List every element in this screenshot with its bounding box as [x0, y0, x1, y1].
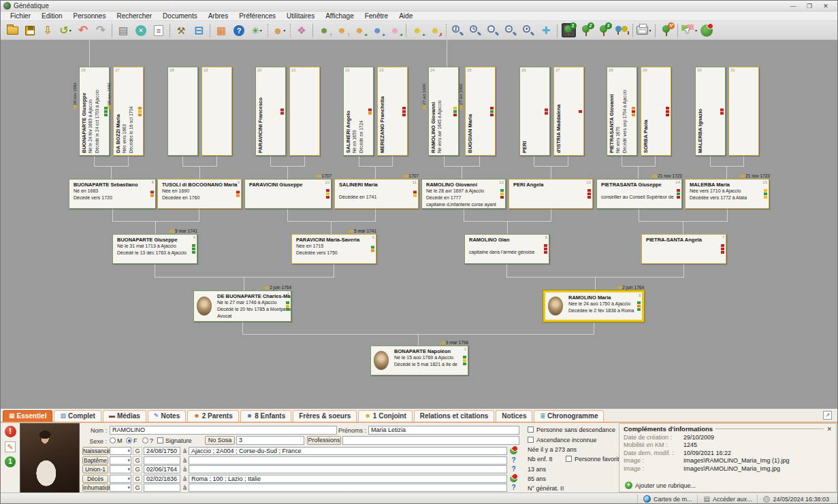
status-acc-der-aux[interactable]: ▤Accéder aux... — [697, 494, 757, 504]
multi-tree-icon[interactable] — [613, 22, 630, 39]
tree-node-empty[interactable]: 21 — [289, 67, 320, 156]
event-type-dropdown[interactable] — [110, 475, 131, 483]
sexe-radio-f[interactable] — [126, 437, 132, 443]
redo-icon[interactable]: ↷ — [93, 22, 109, 39]
tab-1-conjoint[interactable]: ☻1 Conjoint — [358, 410, 412, 422]
personne-favorite-checkbox[interactable] — [566, 456, 572, 462]
tab-2-parents[interactable]: ☻2 Parents — [187, 410, 239, 422]
menu-rechercher[interactable]: Rechercher — [111, 12, 157, 20]
add-child-couple-icon[interactable]: ☻+ — [387, 22, 403, 39]
event-type-dropdown[interactable] — [110, 447, 131, 455]
gift-icon[interactable]: ✳▾ — [248, 22, 265, 39]
printer-icon[interactable]: ▾ — [636, 22, 652, 39]
add-mother-icon[interactable]: ☻↑ — [334, 22, 350, 39]
tree-2-icon[interactable]: 2 — [578, 22, 594, 39]
tree-node-tusoli-di-bocognano-maria[interactable]: 9TUSOLI di BOCOGNANO MariaNée en 1690Déc… — [157, 179, 242, 209]
event-type-dropdown[interactable] — [110, 484, 131, 492]
event-button-inhumation[interactable]: Inhumation — [82, 484, 108, 492]
report-icon[interactable]: ≡ — [150, 22, 167, 39]
warning-icon[interactable]: ! — [5, 426, 16, 437]
tree-node-merezano-franchetta[interactable]: 23MEREZANO Franchetta — [377, 67, 408, 156]
open-file-icon[interactable] — [4, 22, 20, 39]
tree-node-d-istria-maddalena[interactable]: 27d'ISTRIA Maddalena — [553, 67, 584, 156]
help-icon[interactable]: ? — [509, 456, 518, 465]
person-portrait[interactable] — [20, 423, 80, 493]
map-location-icon[interactable] — [698, 22, 715, 39]
ascendance-inconnue-checkbox[interactable] — [528, 437, 534, 443]
tree-3-icon[interactable]: 3 — [596, 22, 612, 39]
tab-8-enfants[interactable]: ☻8 Enfants — [240, 410, 292, 422]
event-date-input[interactable] — [144, 484, 180, 492]
tab-complet[interactable]: ▧Complet — [54, 410, 101, 422]
add-couple-icon[interactable]: ☻+ — [351, 22, 368, 39]
sexe-radio-item[interactable] — [142, 437, 148, 443]
event-place-input[interactable]: Roma ; 100 ; Lazio ; Italie — [189, 475, 507, 483]
undo-icon[interactable]: ↶ — [75, 22, 91, 39]
tab-notes[interactable]: ✎Notes — [148, 410, 186, 422]
prenoms-input[interactable]: Maria Letizia — [368, 426, 519, 435]
view-1-icon[interactable]: 1 — [5, 456, 16, 467]
tree-node-buonaparte-giuseppe[interactable]: 16BUONAPARTE GiuseppeNé le 24 fév 1663 à… — [79, 67, 110, 156]
tree-diagram-icon[interactable]: ❖ — [293, 22, 310, 39]
menu-documents[interactable]: Documents — [157, 12, 203, 20]
add-person-blue-icon[interactable]: ☻+ — [369, 22, 385, 39]
tree-node-bonaparte-napol-on[interactable]: 1BONAPARTE NapoléonNé le 15 aoû 1769 à A… — [370, 346, 468, 375]
tree-node-pietrasanta-giovanni[interactable]: 28PIETRASANTA GiovanniNé vers 1670Décédé… — [607, 67, 637, 156]
event-type-dropdown[interactable] — [110, 456, 131, 465]
zoom-100-icon[interactable]: 1 — [449, 22, 466, 39]
tree-node-paravicini-francesco[interactable]: 20PARAVICINI Francesco — [255, 67, 286, 156]
event-date-input[interactable]: 02/02/1836 — [144, 475, 180, 483]
family-tree-canvas[interactable]: 16BUONAPARTE GiuseppeNé le 24 fév 1663 à… — [1, 40, 838, 409]
event-place-input[interactable] — [189, 456, 507, 465]
note-edit-icon[interactable]: ✎ — [5, 441, 16, 452]
delete-person-icon[interactable]: ☻✗ — [427, 22, 443, 39]
tree-node-paravicini-maria-saveria[interactable]: 5PARAVICINI Maria-SaveriaNée en 1715Décé… — [291, 234, 376, 264]
tab-m-dias[interactable]: ▬Médias — [103, 410, 146, 422]
tree-node-empty[interactable]: 31 — [728, 67, 759, 156]
tree-node-peri[interactable]: 26PERI — [519, 67, 550, 156]
professions-button[interactable]: Professions — [307, 436, 341, 445]
tree-node-malerba-maria[interactable]: 15MALERBA MariaNée vers 1710 à AjaccioDé… — [685, 179, 769, 209]
tree-node-salineri-angelo[interactable]: 22SALINERI AngeloNé en 1653Décédé en 172… — [343, 67, 374, 156]
tab-relations-et-citations[interactable]: Relations et citations — [414, 410, 495, 422]
tab-chronogramme[interactable]: ≣Chronogramme — [534, 410, 604, 422]
tree-settings-icon[interactable]: ⚒ — [658, 22, 675, 39]
menu-edition[interactable]: Edition — [36, 12, 68, 20]
menu-pr-f-rences[interactable]: Préférences — [233, 12, 281, 20]
tree-node-buonaparte-giuseppe[interactable]: 4BUONAPARTE GiuseppeNé le 31 mai 1713 à … — [112, 234, 197, 264]
menu-fichier[interactable]: Fichier — [5, 12, 36, 20]
event-date-input[interactable]: 02/06/1764 — [144, 465, 180, 473]
minimize-button[interactable]: — — [788, 3, 798, 10]
help-icon[interactable]: ? — [509, 465, 518, 473]
save-icon[interactable] — [22, 22, 38, 39]
map-icon[interactable] — [509, 447, 518, 455]
event-date-input[interactable] — [144, 456, 180, 465]
tree-node-da-bozzi-maria[interactable]: 17DA BOZZI MariaNée vers 1663Décédée le … — [113, 67, 144, 156]
menu-fen-tre[interactable]: Fenêtre — [359, 12, 393, 20]
tree-1-icon[interactable]: 1 — [560, 22, 577, 39]
tree-node-pietra-santa-angela[interactable]: 7PIETRA-SANTA Angela — [641, 234, 726, 264]
workshop-icon[interactable]: ⚒ — [173, 22, 189, 39]
tree-node-de-buonaparte-charles-marie[interactable]: 2DE BUONAPARTE Charles-MarieNé le 27 mar… — [193, 290, 291, 322]
import-screen-icon[interactable]: ⇩ — [39, 22, 56, 39]
tab-essentiel[interactable]: ▦Essentiel — [3, 410, 52, 422]
tree-node-paravicini-giuseppe[interactable]: 10PARAVICINI Giuseppe — [244, 179, 332, 209]
tree-node-ramolino-giovanni[interactable]: 24RAMOLINO GiovanniNé vers avr 1645 à Aj… — [428, 67, 459, 156]
professions-field[interactable] — [342, 436, 519, 445]
event-place-input[interactable] — [189, 484, 507, 492]
event-button-naissance[interactable]: Naissance — [82, 447, 108, 455]
sans-descendance-checkbox[interactable] — [528, 426, 534, 433]
tab-fr-res-soeurs[interactable]: Frères & soeurs — [293, 410, 357, 422]
help-icon[interactable]: ? — [231, 22, 247, 39]
tree-node-sorba-paola[interactable]: 29SORBA Paola — [641, 67, 671, 156]
event-date-input[interactable]: 24/08/1750 — [144, 447, 180, 455]
no-sosa-button[interactable]: No Sosa — [205, 436, 235, 445]
help-icon[interactable]: ? — [509, 484, 518, 492]
event-place-input[interactable] — [189, 465, 507, 473]
sync-icon[interactable]: ↺▾ — [57, 22, 74, 39]
tree-node-pietrasanta-giuseppe[interactable]: 14PIETRASANTA Giuseppeconseiller au Cons… — [596, 179, 682, 209]
zoom-fit-icon[interactable]: ▫ — [485, 22, 501, 39]
print-record-icon[interactable]: ▤ — [115, 22, 131, 39]
signature-checkbox[interactable] — [157, 437, 163, 443]
menu-affichage[interactable]: Affichage — [320, 12, 359, 20]
